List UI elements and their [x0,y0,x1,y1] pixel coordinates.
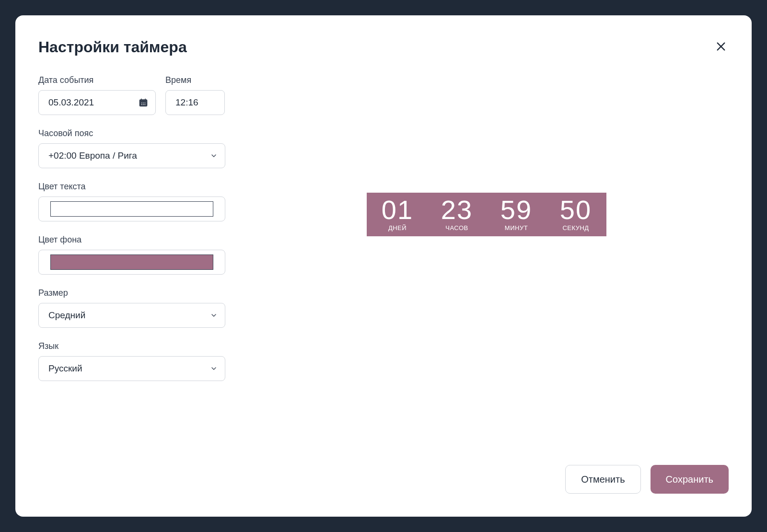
bg-color-input[interactable] [38,250,225,275]
close-icon [716,41,726,53]
modal-body: Дата события Время Часовой по [38,75,729,450]
size-group: Размер Средний [38,288,225,328]
date-label: Дата события [38,75,156,85]
size-select[interactable]: Средний [38,303,225,328]
timer-days: 01 ДНЕЙ [375,197,419,231]
timezone-select[interactable]: +02:00 Европа / Рига [38,143,225,168]
date-input[interactable] [38,90,156,115]
size-select-wrap: Средний [38,303,225,328]
timezone-group: Часовой пояс +02:00 Европа / Рига [38,128,225,168]
time-group: Время [165,75,225,115]
timer-minutes-value: 59 [500,197,532,223]
time-label: Время [165,75,225,85]
text-color-group: Цвет текста [38,182,225,221]
cancel-button[interactable]: Отменить [565,465,640,494]
language-label: Язык [38,341,225,351]
size-label: Размер [38,288,225,298]
language-select-wrap: Русский [38,356,225,381]
date-group: Дата события [38,75,156,115]
bg-color-group: Цвет фона [38,235,225,275]
timezone-label: Часовой пояс [38,128,225,139]
timer-hours: 23 ЧАСОВ [435,197,479,231]
timer-preview: 01 ДНЕЙ 23 ЧАСОВ 59 МИНУТ 50 СЕКУНД [367,193,606,236]
preview-column: 01 ДНЕЙ 23 ЧАСОВ 59 МИНУТ 50 СЕКУНД [244,75,729,450]
modal-header: Настройки таймера [38,38,729,56]
timer-hours-label: ЧАСОВ [445,224,468,231]
date-time-row: Дата события Время [38,75,225,115]
size-value: Средний [48,310,85,321]
date-input-wrap [38,90,156,115]
timer-hours-value: 23 [441,197,473,223]
timer-seconds-label: СЕКУНД [562,224,589,231]
form-column: Дата события Время Часовой по [38,75,225,450]
timezone-value: +02:00 Европа / Рига [48,150,137,161]
timer-minutes: 59 МИНУТ [494,197,538,231]
text-color-swatch [50,201,213,217]
language-group: Язык Русский [38,341,225,381]
timer-seconds-value: 50 [560,197,592,223]
modal-footer: Отменить Сохранить [38,450,729,494]
timer-days-value: 01 [382,197,413,223]
language-select[interactable]: Русский [38,356,225,381]
close-button[interactable] [713,40,729,55]
language-value: Русский [48,363,82,374]
time-input-wrap [165,90,225,115]
timer-days-label: ДНЕЙ [388,224,407,231]
text-color-label: Цвет текста [38,182,225,192]
timer-settings-modal: Настройки таймера Дата события [15,15,752,517]
timer-minutes-label: МИНУТ [505,224,528,231]
save-button[interactable]: Сохранить [651,465,729,494]
text-color-input[interactable] [38,197,225,221]
timer-seconds: 50 СЕКУНД [554,197,598,231]
modal-title: Настройки таймера [38,38,187,56]
timezone-select-wrap: +02:00 Европа / Рига [38,143,225,168]
time-input[interactable] [165,90,225,115]
bg-color-swatch [50,254,213,270]
bg-color-label: Цвет фона [38,235,225,245]
